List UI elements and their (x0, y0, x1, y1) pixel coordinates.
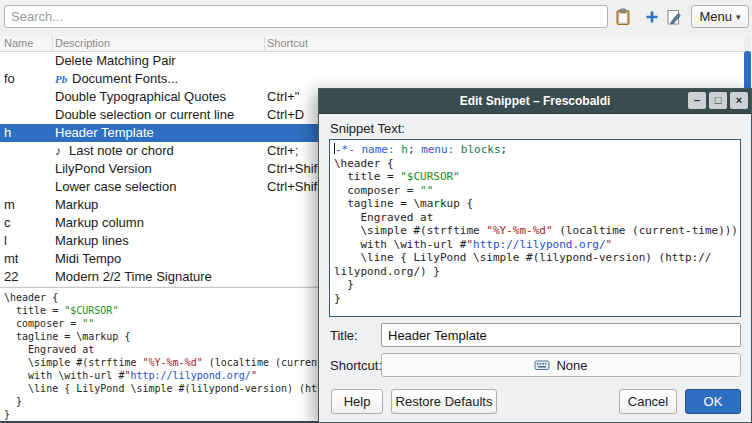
code-line: lilypond.org/) } (334, 265, 736, 279)
table-row[interactable]: foPbDocument Fonts... (0, 70, 752, 88)
code-line: \header { (334, 157, 736, 171)
search-input[interactable] (4, 5, 608, 28)
row-description: Modern 2/2 Time Signature (55, 268, 264, 286)
code-line: Engraved at (334, 211, 736, 225)
clipboard-icon (614, 8, 632, 26)
table-header: Name Description Shortcut (0, 36, 752, 52)
row-name: 22 (4, 268, 50, 286)
column-divider (52, 36, 53, 50)
code-line: with \with-url #"http://lilypond.org/" (334, 238, 736, 252)
maximize-button[interactable]: □ (709, 92, 727, 109)
restore-defaults-button[interactable]: Restore Defaults (391, 389, 497, 414)
menu-button[interactable]: Menu ▾ (691, 5, 749, 28)
row-description: Lower case selection (55, 178, 264, 196)
edit-icon (665, 8, 683, 26)
column-divider (264, 36, 265, 50)
code-line: tagline = \markup { (334, 197, 736, 211)
snippet-text-label: Snippet Text: (330, 121, 405, 136)
snippet-text-editor[interactable]: -*- name: h; menu: blocks;\header { titl… (329, 139, 741, 317)
row-description: Double selection or current line (55, 106, 264, 124)
shortcut-button[interactable]: None (381, 353, 741, 377)
chevron-down-icon: ▾ (736, 12, 741, 22)
snippet-toolbar: Menu ▾ (0, 0, 752, 34)
column-header-name[interactable]: Name (4, 37, 33, 49)
music-note-icon: ♪ (55, 142, 67, 160)
document-fonts-icon: Pb (55, 70, 70, 88)
title-field[interactable] (381, 323, 741, 347)
row-description: ♪Last note or chord (55, 142, 264, 160)
row-name: m (4, 196, 50, 214)
row-name: mt (4, 250, 50, 268)
row-description: LilyPond Version (55, 160, 264, 178)
code-line: composer = "" (334, 184, 736, 198)
column-header-shortcut[interactable]: Shortcut (267, 37, 308, 49)
edit-snippet-button[interactable] (664, 7, 684, 27)
shortcut-label: Shortcut: (330, 358, 382, 373)
code-line: -*- name: h; menu: blocks; (334, 143, 736, 157)
window-controls: –□× (688, 92, 748, 109)
row-name: h (4, 124, 50, 142)
plus-icon (644, 9, 660, 25)
close-button[interactable]: × (730, 92, 748, 109)
column-header-description[interactable]: Description (55, 37, 110, 49)
add-snippet-button[interactable] (642, 7, 662, 27)
keyboard-icon (534, 357, 550, 373)
code-line: } (334, 292, 736, 306)
table-row[interactable]: Delete Matching Pair (0, 52, 752, 70)
dialog-title: Edit Snippet – Frescobaldi (460, 94, 611, 108)
row-description: Midi Tempo (55, 250, 264, 268)
ok-button[interactable]: OK (685, 389, 741, 414)
row-description: PbDocument Fonts... (55, 70, 264, 88)
shortcut-value: None (556, 358, 587, 373)
row-description: Delete Matching Pair (55, 52, 264, 70)
title-label: Title: (330, 328, 358, 343)
edit-snippet-dialog: Edit Snippet – Frescobaldi –□× Snippet T… (318, 88, 752, 423)
code-line: \line { LilyPond \simple #(lilypond-vers… (334, 251, 736, 265)
menu-button-label: Menu (699, 9, 732, 24)
paste-snippet-button[interactable] (613, 7, 633, 27)
cancel-button[interactable]: Cancel (619, 389, 677, 414)
code-line: title = "$CURSOR" (334, 170, 736, 184)
code-line: \simple #(strftime "%Y-%m-%d" (localtime… (334, 224, 736, 238)
row-description: Markup (55, 196, 264, 214)
row-name: c (4, 214, 50, 232)
row-name: l (4, 232, 50, 250)
row-description: Markup column (55, 214, 264, 232)
row-name: fo (4, 70, 50, 88)
minimize-button[interactable]: – (688, 92, 706, 109)
help-button[interactable]: Help (331, 389, 383, 414)
row-description: Header Template (55, 124, 264, 142)
row-description: Markup lines (55, 232, 264, 250)
code-line: } (334, 278, 736, 292)
dialog-titlebar[interactable]: Edit Snippet – Frescobaldi –□× (319, 89, 751, 114)
row-description: Double Typographical Quotes (55, 88, 264, 106)
